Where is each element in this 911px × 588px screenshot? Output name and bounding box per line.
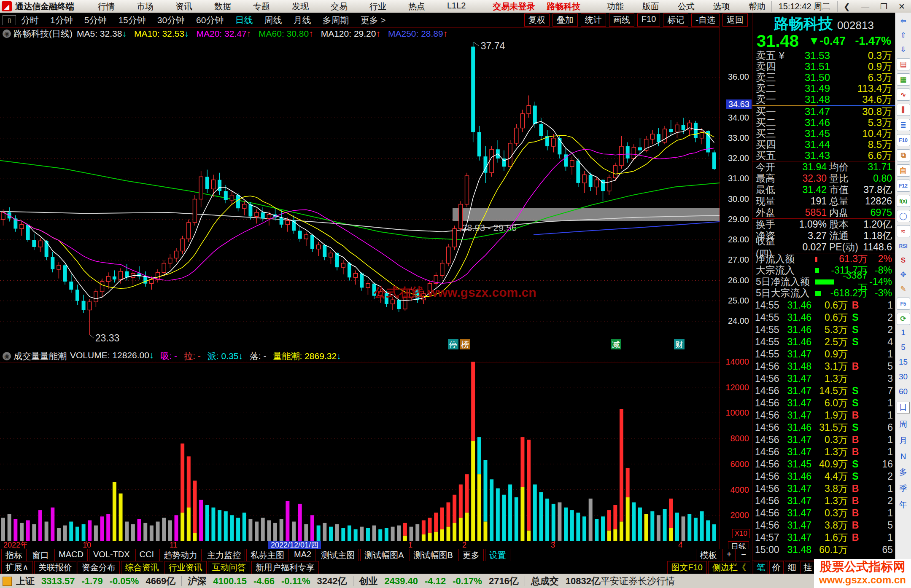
indicator-tab-测试主图[interactable]: 测试主图 (317, 549, 359, 562)
tick-row[interactable]: 14:5631.483.1万B5 (752, 360, 895, 373)
info-tab-新用户福利专享[interactable]: 新用户福利专享 (251, 561, 319, 574)
strip-period-周[interactable]: 周 (899, 419, 907, 430)
tick-row[interactable]: 14:5531.462.5万S4 (752, 336, 895, 348)
side-control-图文F10[interactable]: 图文F10 (667, 561, 707, 574)
menu-item-L1L2[interactable]: L1L2 (447, 1, 466, 12)
strip-period-日[interactable]: 日 (897, 402, 910, 413)
refresh-icon[interactable]: ⟳ (897, 313, 910, 325)
tick-list[interactable]: 14:5531.460.6万B114:5531.460.6万S214:5531.… (752, 299, 895, 561)
indicator-tab-测试幅图A[interactable]: 测试幅图A (360, 549, 408, 562)
info-tab-关联报价[interactable]: 关联报价 (34, 561, 76, 574)
indicator-tab-私募主图[interactable]: 私募主图 (246, 549, 288, 562)
wave-icon[interactable]: ≈ (897, 225, 910, 237)
tick-row[interactable]: 14:5631.471.3万B2 (752, 495, 895, 507)
tick-row[interactable]: 15:0031.4860.1万65 (752, 544, 895, 556)
toolbar-button--自选[interactable]: -自选 (691, 13, 720, 27)
multi-view-icon[interactable]: ≣ (897, 119, 910, 131)
strip-period-60[interactable]: 60 (899, 387, 908, 396)
volume-chart[interactable] (0, 362, 720, 541)
info-tab-行业资讯[interactable]: 行业资讯 (164, 561, 207, 574)
close-button[interactable]: ✕ (898, 2, 905, 11)
relation-icon[interactable]: ⧉ (897, 149, 910, 161)
rsi-icon[interactable]: RSI (897, 240, 910, 252)
toolbar-button-画线[interactable]: 画线 (609, 13, 634, 27)
quote-table-icon[interactable]: ▦ (897, 73, 910, 86)
menu-item-帮助[interactable]: 帮助 (749, 1, 765, 12)
period-15分钟[interactable]: 15分钟 (118, 14, 146, 26)
self-select-icon[interactable]: 自 (897, 164, 910, 177)
template-button-+[interactable]: + (722, 549, 736, 562)
strip-period-年[interactable]: 年 (899, 499, 907, 510)
indicator-tab-MA2[interactable]: MA2 (290, 549, 315, 562)
menu-item-选项[interactable]: 选项 (713, 1, 730, 12)
app-logo-icon[interactable]: ◢ (2, 1, 12, 11)
info-tab-扩展∧[interactable]: 扩展∧ (1, 561, 33, 574)
move-icon[interactable]: ✥ (897, 269, 910, 280)
trend-line-icon[interactable]: ∿ (897, 89, 910, 101)
market-status-icon[interactable] (3, 577, 12, 586)
tick-row[interactable]: 14:5631.4714.5万S7 (752, 385, 895, 397)
info-tab-资金分布[interactable]: 资金分布 (78, 561, 120, 574)
indicator-tab-CCI[interactable]: CCI (135, 549, 158, 562)
toolbar-button-标记[interactable]: 标记 (663, 13, 688, 27)
back-button[interactable]: ❮ (844, 2, 850, 11)
tick-row[interactable]: 14:5531.470.9万1 (752, 348, 895, 360)
tick-tab-笔[interactable]: 笔 (754, 561, 768, 574)
tick-row[interactable]: 14:5631.471.9万B1 (752, 409, 895, 422)
login-status[interactable]: 交易未登录 (493, 1, 535, 12)
info-tab-综合资讯[interactable]: 综合资讯 (121, 561, 163, 574)
toolbar-button-F10[interactable]: F10 (637, 13, 660, 27)
tick-tab-挂[interactable]: 挂 (800, 561, 815, 574)
period-更多 >[interactable]: 更多 > (360, 14, 385, 26)
tick-tab-价[interactable]: 价 (769, 561, 784, 574)
menu-item-版面[interactable]: 版面 (642, 1, 659, 12)
pencil-icon[interactable]: ✎ (897, 283, 910, 295)
menu-item-资讯[interactable]: 资讯 (175, 1, 192, 12)
indicator-tab-测试幅图B[interactable]: 测试幅图B (410, 549, 457, 562)
tick-row[interactable]: 14:5631.4540.9万S16 (752, 458, 895, 470)
side-control-侧边栏《[interactable]: 侧边栏《 (708, 561, 750, 574)
toolbar-button-统计[interactable]: 统计 (581, 13, 606, 27)
strip-period-15[interactable]: 15 (899, 357, 908, 367)
strip-period-30[interactable]: 30 (899, 372, 908, 381)
toolbar-button-叠加[interactable]: 叠加 (553, 13, 578, 27)
tick-row[interactable]: 14:5531.460.6万S2 (752, 311, 895, 324)
layout-icon[interactable]: ▯ (3, 15, 16, 25)
menu-item-功能[interactable]: 功能 (607, 1, 624, 12)
period-日线[interactable]: 日线 (235, 14, 253, 26)
menu-item-数据[interactable]: 数据 (214, 1, 231, 12)
strip-period-1[interactable]: 1 (901, 328, 906, 337)
indicator-tab-主力监控[interactable]: 主力监控 (203, 549, 245, 562)
menu-item-交易[interactable]: 交易 (331, 1, 348, 12)
menu-item-专题[interactable]: 专题 (253, 1, 270, 12)
circle-icon[interactable]: ◯ (897, 210, 910, 222)
indicator-tab-趋势动力[interactable]: 趋势动力 (159, 549, 202, 562)
menu-item-行业[interactable]: 行业 (369, 1, 386, 12)
period-月线[interactable]: 月线 (293, 14, 311, 26)
indicator-tab-窗口[interactable]: 窗口 (28, 549, 53, 562)
indicator-tab-更多[interactable]: 更多 (458, 549, 484, 562)
active-stock-label[interactable]: 路畅科技 (547, 1, 581, 12)
collapse-icon[interactable]: ◉ (3, 352, 11, 360)
tick-row[interactable]: 14:5631.471.3万3 (752, 373, 895, 385)
tick-row[interactable]: 14:5631.473.8万B1 (752, 483, 895, 495)
indicator-tab-VOL-TDX[interactable]: VOL-TDX (89, 549, 134, 562)
strip-period-季[interactable]: 季 (899, 483, 907, 494)
tick-row[interactable]: 14:5631.464.4万S2 (752, 470, 895, 483)
back-arrow-icon[interactable]: ⇦ (897, 15, 910, 27)
period-周线[interactable]: 周线 (264, 14, 282, 26)
period-多周期[interactable]: 多周期 (322, 14, 349, 26)
indicator-tab-设置[interactable]: 设置 (485, 549, 510, 562)
up-arrow-icon[interactable]: ⇧ (897, 30, 910, 41)
strip-period-多[interactable]: 多 (899, 467, 907, 478)
candlestick-chart[interactable]: 28.93 - 29.5637.7423.33停榜减财公式在线 www.gszx… (0, 39, 720, 350)
strip-period-5[interactable]: 5 (901, 343, 906, 352)
tick-row[interactable]: 14:5531.465.3万S2 (752, 324, 895, 336)
tick-row[interactable]: 14:5631.470.3万B1 (752, 434, 895, 446)
strip-period-N[interactable]: N (900, 452, 906, 461)
indicator-tab-指标[interactable]: 指标 (1, 549, 27, 562)
tick-row[interactable]: 14:5631.4631.5万S6 (752, 422, 895, 434)
indicator-tab-MACD[interactable]: MACD (54, 549, 88, 562)
menu-item-公式[interactable]: 公式 (678, 1, 695, 12)
f12-icon[interactable]: F12 (897, 180, 910, 192)
